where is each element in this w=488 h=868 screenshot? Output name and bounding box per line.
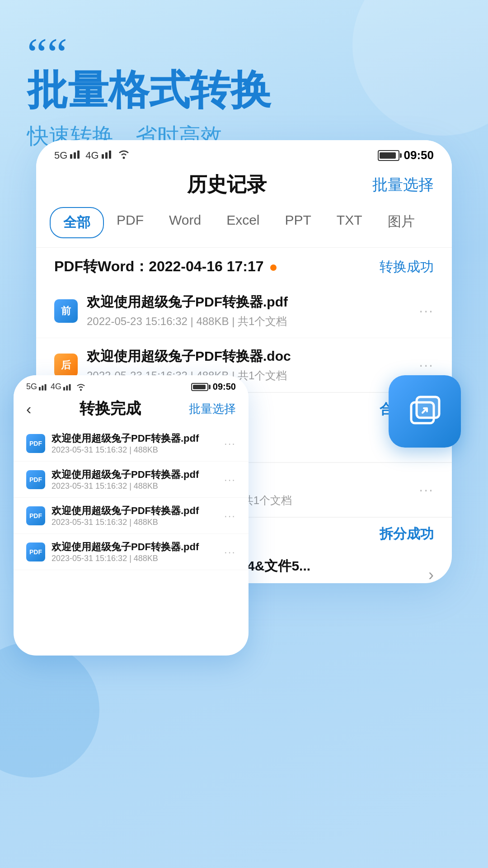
sec-battery	[191, 383, 208, 391]
filter-tabs: 全部 PDF Word Excel PPT TXT 图片	[36, 207, 452, 247]
sec-file-name-2: 欢迎使用超级兔子PDF转换器.pdf	[52, 468, 224, 481]
share-icon	[407, 393, 443, 429]
tab-word[interactable]: Word	[156, 207, 214, 238]
more-button-2[interactable]: ···	[419, 357, 434, 373]
svg-rect-10	[63, 387, 65, 391]
wifi-icon	[117, 149, 131, 162]
arrow-icon-2: ›	[428, 566, 434, 584]
file-name-2: 欢迎使用超级兔子PDF转换器.doc	[87, 347, 419, 366]
tab-all[interactable]: 全部	[50, 207, 104, 238]
back-button[interactable]: ‹	[26, 400, 31, 418]
share-merge-button[interactable]	[389, 375, 461, 448]
sec-batch-select[interactable]: 批量选择	[189, 401, 236, 417]
svg-rect-4	[105, 152, 108, 159]
secondary-phone: 5G 4G 09:50 ‹ 转换完成 批量选择 PDF 欢迎使用超级兔子PDF转…	[14, 375, 249, 656]
sec-file-item-1[interactable]: PDF 欢迎使用超级兔子PDF转换器.pdf 2023-05-31 15:16:…	[14, 425, 249, 462]
section-header-1: PDF转Word：2022-04-16 17:17 转换成功	[36, 247, 452, 284]
svg-rect-0	[70, 154, 72, 159]
status-bar: 5G 4G 09:50	[36, 140, 452, 167]
file-meta-1: 2022-05-23 15:16:32 | 488KB | 共1个文档	[87, 314, 419, 329]
sec-page-title: 转换完成	[80, 398, 141, 419]
sec-file-item-3[interactable]: PDF 欢迎使用超级兔子PDF转换器.pdf 2023-05-31 15:16:…	[14, 498, 249, 534]
svg-rect-1	[74, 152, 76, 159]
svg-rect-7	[39, 387, 41, 391]
sec-file-info-3: 欢迎使用超级兔子PDF转换器.pdf 2023-05-31 15:16:32 |…	[52, 504, 224, 527]
tab-image[interactable]: 图片	[375, 207, 427, 238]
file-name-1: 欢迎使用超级兔子PDF转换器.pdf	[87, 293, 419, 311]
svg-rect-15	[417, 397, 439, 418]
sec-file-name-4: 欢迎使用超级兔子PDF转换器.pdf	[52, 540, 224, 554]
tab-ppt[interactable]: PPT	[272, 207, 324, 238]
sec-pdf-badge-4: PDF	[26, 542, 45, 561]
sec-nav-bar: ‹ 转换完成 批量选择	[14, 396, 249, 425]
section-status-1: 转换成功	[380, 258, 434, 276]
sec-more-2[interactable]: ···	[224, 473, 236, 486]
more-button-1[interactable]: ···	[419, 302, 434, 319]
sec-file-name-1: 欢迎使用超级兔子PDF转换器.pdf	[52, 432, 224, 445]
status-right: 09:50	[378, 148, 434, 162]
after-badge: 后	[54, 354, 78, 377]
svg-point-13	[80, 389, 82, 391]
time-display: 09:50	[404, 148, 434, 162]
sec-signal-icons: 5G 4G	[26, 382, 87, 392]
sec-file-meta-4: 2023-05-31 15:16:32 | 488KB	[52, 554, 224, 563]
sec-pdf-badge-2: PDF	[26, 470, 45, 489]
hero-title: 批量格式转换	[27, 68, 461, 113]
signal-bars-2	[102, 150, 114, 161]
more-button-partial[interactable]: ···	[419, 481, 434, 498]
sec-time: 09:50	[213, 382, 236, 392]
quote-mark: ““	[27, 36, 461, 72]
signal-4g: 4G	[85, 150, 99, 161]
sec-file-meta-2: 2023-05-31 15:16:32 | 488KB	[52, 481, 224, 491]
sec-file-info-2: 欢迎使用超级兔子PDF转换器.pdf 2023-05-31 15:16:32 |…	[52, 468, 224, 491]
signal-icons: 5G 4G	[54, 149, 131, 162]
sec-file-item-2[interactable]: PDF 欢迎使用超级兔子PDF转换器.pdf 2023-05-31 15:16:…	[14, 462, 249, 498]
bg-decoration-2	[0, 642, 99, 778]
sec-file-name-3: 欢迎使用超级兔子PDF转换器.pdf	[52, 504, 224, 518]
file-info-1: 欢迎使用超级兔子PDF转换器.pdf 2022-05-23 15:16:32 |…	[87, 293, 419, 329]
svg-rect-8	[42, 385, 43, 390]
tab-excel[interactable]: Excel	[214, 207, 272, 238]
svg-point-6	[122, 156, 125, 159]
sec-pdf-badge-3: PDF	[26, 506, 45, 525]
svg-rect-12	[69, 384, 71, 390]
svg-rect-2	[77, 151, 80, 159]
signal-bars	[70, 150, 83, 161]
tab-pdf[interactable]: PDF	[104, 207, 156, 238]
page-title: 历史记录	[187, 171, 267, 198]
before-badge: 前	[54, 299, 78, 323]
sec-file-meta-1: 2023-05-31 15:16:32 | 488KB	[52, 445, 224, 455]
battery-icon	[378, 150, 399, 161]
sec-pdf-badge-1: PDF	[26, 434, 45, 453]
sec-status-bar: 5G 4G 09:50	[14, 375, 249, 396]
svg-rect-5	[109, 151, 111, 159]
sec-more-1[interactable]: ···	[224, 437, 236, 450]
sec-signal-5g: 5G	[26, 382, 37, 392]
sec-more-3[interactable]: ···	[224, 509, 236, 522]
sec-file-info-4: 欢迎使用超级兔子PDF转换器.pdf 2023-05-31 15:16:32 |…	[52, 540, 224, 563]
svg-rect-9	[45, 384, 47, 390]
sec-more-4[interactable]: ···	[224, 546, 236, 558]
tab-txt[interactable]: TXT	[324, 207, 375, 238]
sec-file-meta-3: 2023-05-31 15:16:32 | 488KB	[52, 518, 224, 527]
section-title-1: PDF转Word：2022-04-16 17:17	[54, 257, 277, 277]
batch-select-button[interactable]: 批量选择	[372, 175, 434, 195]
svg-rect-3	[102, 154, 104, 159]
sec-status-right: 09:50	[191, 382, 236, 392]
nav-bar: 历史记录 批量选择	[36, 167, 452, 207]
file-item-before[interactable]: 前 欢迎使用超级兔子PDF转换器.pdf 2022-05-23 15:16:32…	[36, 284, 452, 338]
split-status: 拆分成功	[380, 525, 434, 543]
orange-dot	[270, 264, 277, 271]
svg-rect-11	[66, 385, 68, 390]
sec-file-item-4[interactable]: PDF 欢迎使用超级兔子PDF转换器.pdf 2023-05-31 15:16:…	[14, 534, 249, 570]
sec-file-info-1: 欢迎使用超级兔子PDF转换器.pdf 2023-05-31 15:16:32 |…	[52, 432, 224, 455]
sec-signal-4g: 4G	[51, 382, 61, 392]
signal-5g: 5G	[54, 150, 67, 161]
